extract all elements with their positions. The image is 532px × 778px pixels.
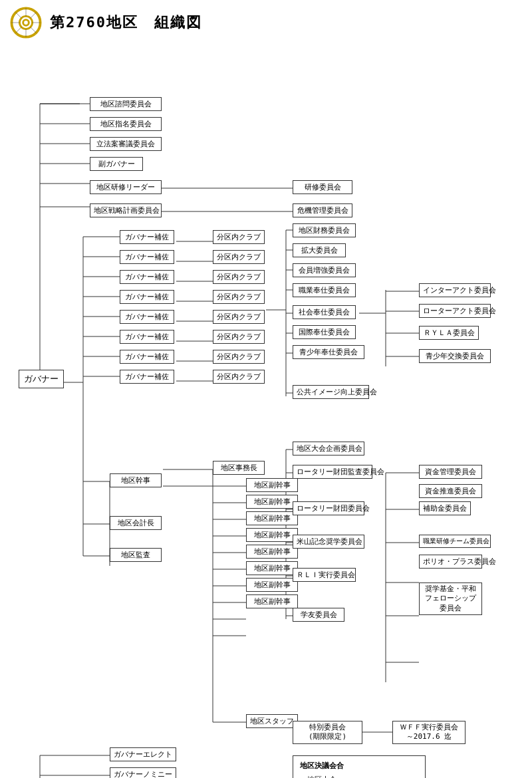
gov-asst-7: ガバナー補佐 [120, 350, 174, 364]
club-4: 分区内クラブ [213, 290, 265, 304]
club-1: 分区内クラブ [213, 230, 265, 244]
gov-asst-5: ガバナー補佐 [120, 310, 174, 324]
svg-line-8 [31, 13, 37, 19]
info-box-title: 地区決議会合 [300, 760, 418, 773]
vocational-committee: 職業奉仕委員会 [293, 283, 356, 297]
membership-committee: 会員増強委員会 [293, 263, 356, 277]
district-secretary: 地区幹事 [110, 473, 162, 487]
rf-audit-committee: ロータリー財団監査委員会 [293, 465, 372, 479]
polio-committee: ポリオ・プラス委員会 [419, 555, 482, 569]
vice-sec-8: 地区副幹事 [246, 594, 298, 608]
org-chart: 地区諮問委員会 地区指名委員会 立法案審議委員会 副ガバナー 地区研修リーダー … [7, 51, 525, 778]
club-8: 分区内クラブ [213, 370, 265, 384]
wff-committee: ＷＦＦ実行委員会 ～2017.6 迄 [392, 721, 466, 744]
social-committee: 社会奉仕委員会 [293, 305, 356, 319]
alumni-committee: 学友委員会 [293, 608, 344, 622]
legislative-committee: 立法案審議委員会 [90, 137, 162, 151]
svg-line-7 [31, 27, 37, 33]
yoneyama-committee: 米山記念奨学委員会 [293, 535, 364, 549]
gov-asst-1: ガバナー補佐 [120, 230, 174, 244]
special-committee: 特別委員会 (期限限定) [293, 721, 362, 744]
youth-committee: 青少年奉仕委員会 [293, 345, 364, 359]
rotaract-committee: ローターアクト委員会 [419, 304, 491, 318]
nominating-committee: 地区指名委員会 [90, 117, 162, 131]
page-title: 第2760地区 組織図 [50, 13, 202, 33]
crisis-committee: 危機管理委員会 [293, 203, 352, 217]
gov-asst-8: ガバナー補佐 [120, 370, 174, 384]
district-treasurer: 地区会計長 [110, 516, 162, 530]
international-committee: 国際奉仕委員会 [293, 325, 356, 339]
header: 第2760地区 組織図 [7, 7, 525, 39]
vocational-training: 職業研修チーム委員会 [419, 535, 491, 548]
rotary-logo [10, 7, 42, 39]
fund-promotion: 資金推進委員会 [419, 484, 482, 498]
vice-sec-5: 地区副幹事 [246, 545, 298, 559]
expansion-committee: 拡大委員会 [293, 243, 346, 257]
fund-management: 資金管理委員会 [419, 465, 482, 479]
svg-line-6 [16, 13, 22, 19]
page: 第2760地区 組織図 [0, 0, 532, 778]
club-3: 分区内クラブ [213, 270, 265, 284]
vice-sec-4: 地区副幹事 [246, 528, 298, 542]
advisory-committee: 地区諮問委員会 [90, 97, 162, 111]
public-image-committee: 公共イメージ向上委員会 [293, 385, 369, 399]
rf-committee: ロータリー財団委員会 [293, 501, 364, 515]
info-box: 地区決議会合 ・地区大会 ・地区審議会（随時） ・地区研修・協議会 ・ＰＥＴＳ [293, 755, 426, 778]
finance-committee: 地区財務委員会 [293, 223, 356, 237]
gov-asst-2: ガバナー補佐 [120, 250, 174, 264]
district-staff: 地区スタッフ [246, 714, 298, 728]
ryla-committee: ＲＹＬＡ委員会 [419, 326, 479, 340]
svg-line-9 [16, 27, 22, 33]
training-leader: 地区研修リーダー [90, 180, 162, 194]
info-box-item-1: ・地区大会 [300, 774, 418, 778]
youth-exchange-committee: 青少年交換委員会 [419, 349, 491, 363]
vice-sec-6: 地区副幹事 [246, 561, 298, 575]
club-2: 分区内クラブ [213, 250, 265, 264]
vice-sec-2: 地区副幹事 [246, 495, 298, 509]
conference-planning: 地区大会企画委員会 [293, 442, 364, 455]
district-auditor: 地区監査 [110, 548, 162, 562]
gov-asst-3: ガバナー補佐 [120, 270, 174, 284]
rli-committee: ＲＬＩ実行委員会 [293, 568, 356, 582]
governor-nominee: ガバナーノミニー [110, 767, 176, 778]
scholarship-peace: 奨学基金・平和 フェローシップ 委員会 [419, 583, 482, 615]
club-7: 分区内クラブ [213, 350, 265, 364]
gov-asst-4: ガバナー補佐 [120, 290, 174, 304]
governor: ガバナー [19, 370, 64, 388]
governor-elect: ガバナーエレクト [110, 747, 176, 761]
club-5: 分区内クラブ [213, 310, 265, 324]
training-committee: 研修委員会 [293, 180, 352, 194]
org-chart-lines [7, 51, 525, 778]
vice-sec-3: 地区副幹事 [246, 511, 298, 525]
gov-asst-6: ガバナー補佐 [120, 330, 174, 344]
vice-sec-1: 地区副幹事 [246, 478, 298, 492]
vice-sec-7: 地区副幹事 [246, 578, 298, 592]
vice-governor: 副ガバナー [90, 157, 143, 171]
strategic-committee: 地区戦略計画委員会 [90, 203, 162, 217]
chief-secretary: 地区事務長 [213, 461, 265, 475]
interact-committee: インターアクト委員会 [419, 283, 491, 297]
grant-committee: 補助金委員会 [419, 501, 471, 515]
club-6: 分区内クラブ [213, 330, 265, 344]
svg-point-11 [24, 21, 28, 25]
